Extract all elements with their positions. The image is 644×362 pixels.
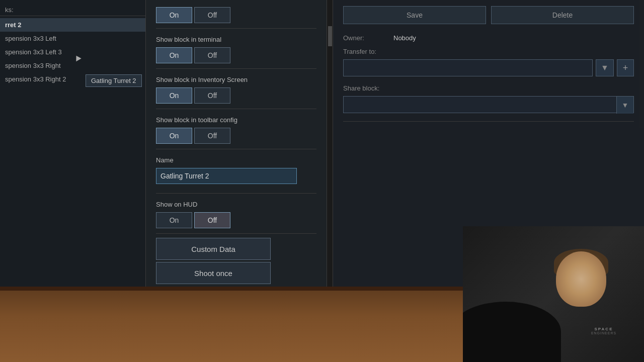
middle-panel: On Off Show block in terminal On Off Sho…	[146, 0, 327, 302]
toolbar-on-button[interactable]: On	[156, 128, 192, 144]
show-terminal-label: Show block in terminal	[156, 36, 316, 43]
list-item[interactable]: rret 2	[0, 18, 145, 32]
transfer-to-label: Transfer to:	[343, 48, 634, 55]
name-label: Name	[156, 156, 316, 164]
share-dropdown[interactable]: ▼	[343, 96, 634, 113]
transfer-row: ▼ +	[343, 59, 634, 76]
divider	[156, 68, 316, 69]
show-toolbar-label: Show block in toolbar config	[156, 116, 316, 124]
webcam-overlay: SPACE ENGINEERS	[463, 226, 644, 362]
inventory-off-button[interactable]: Off	[194, 87, 230, 104]
terminal-on-button[interactable]: On	[156, 47, 192, 63]
divider	[156, 233, 316, 234]
share-dropdown-arrow[interactable]: ▼	[616, 97, 633, 114]
webcam-face: SPACE ENGINEERS	[463, 226, 644, 362]
custom-data-button[interactable]: Custom Data	[156, 238, 271, 260]
divider	[156, 109, 316, 109]
terminal-off-button[interactable]: Off	[194, 47, 230, 63]
show-hud-toggle: On Off	[156, 212, 316, 228]
person-shoulders	[463, 302, 561, 362]
transfer-input[interactable]	[343, 59, 593, 76]
top-toggle-group: On Off	[156, 7, 316, 29]
show-hud-label: Show on HUD	[156, 201, 316, 208]
top-off-button[interactable]: Off	[194, 7, 230, 23]
hud-on-button[interactable]: On	[156, 212, 192, 228]
divider	[156, 193, 316, 194]
bottom-divider	[343, 121, 634, 122]
scrollbar-area	[327, 0, 333, 302]
list-item[interactable]: spension 3x3 Right	[0, 59, 145, 72]
inventory-on-button[interactable]: On	[156, 87, 192, 104]
name-input[interactable]	[156, 168, 297, 184]
logo-text-engineers: ENGINEERS	[591, 331, 616, 335]
show-toolbar-toggle: On Off	[156, 128, 316, 144]
logo-text-space: SPACE	[595, 327, 613, 331]
save-button[interactable]: Save	[343, 6, 486, 24]
show-inventory-toggle: On Off	[156, 87, 316, 104]
owner-value: Nobody	[393, 34, 416, 42]
left-panel: ks: rret 2 spension 3x3 Left spension 3x…	[0, 0, 146, 302]
divider	[156, 149, 316, 149]
panel-header: ks:	[0, 4, 145, 16]
transfer-plus-button[interactable]: +	[617, 59, 634, 76]
transfer-dropdown-button[interactable]: ▼	[596, 59, 614, 76]
logo-area: SPACE ENGINEERS	[584, 327, 624, 342]
show-inventory-label: Show block in Inventory Screen	[156, 76, 316, 83]
show-terminal-toggle: On Off	[156, 47, 316, 63]
toolbar-off-button[interactable]: Off	[194, 128, 230, 144]
delete-button[interactable]: Delete	[491, 6, 634, 24]
owner-row: Owner: Nobody	[343, 34, 634, 42]
action-row: Save Delete	[343, 6, 634, 24]
scrollbar-thumb[interactable]	[328, 26, 332, 46]
tooltip: Gatling Turret 2	[86, 74, 142, 87]
person-head-shape	[556, 251, 606, 307]
list-item[interactable]: spension 3x3 Left 3	[0, 45, 145, 59]
person-silhouette	[548, 251, 614, 332]
hud-off-button[interactable]: Off	[194, 212, 230, 228]
share-block-label: Share block:	[343, 84, 634, 92]
list-item[interactable]: spension 3x3 Left	[0, 32, 145, 45]
owner-label: Owner:	[343, 34, 393, 42]
shoot-once-button[interactable]: Shoot once	[156, 262, 271, 284]
top-on-button[interactable]: On	[156, 7, 192, 23]
